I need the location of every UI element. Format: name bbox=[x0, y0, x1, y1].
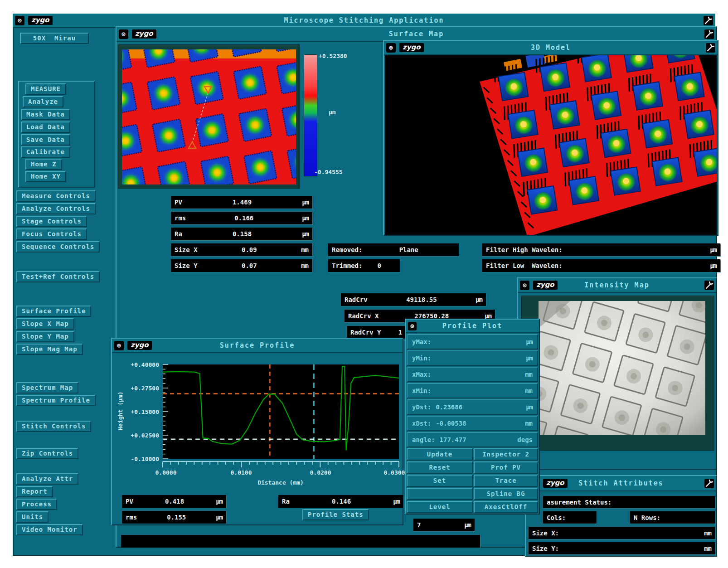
ymin-field[interactable]: yMin: µm bbox=[407, 350, 538, 366]
sidebar-item-spectrum-profile[interactable]: Spectrum Profile bbox=[16, 395, 96, 406]
profile-plot-canvas[interactable] bbox=[162, 364, 400, 469]
close-icon[interactable]: ⊗ bbox=[119, 29, 128, 39]
partial-value: 7 bbox=[417, 521, 421, 529]
stat-label: rms bbox=[126, 514, 137, 521]
sidebar-item-report[interactable]: Report bbox=[16, 486, 53, 497]
sidebar-item-video-monitor[interactable]: Video Monitor bbox=[16, 524, 83, 535]
field-label: yMin: bbox=[412, 354, 431, 362]
sidebar-item-zip-controls[interactable]: Zip Controls bbox=[16, 448, 78, 459]
y-axis-label: Height (µm) bbox=[117, 366, 124, 456]
angle-field[interactable]: angle: 177.477 degs bbox=[407, 432, 538, 447]
removed-field[interactable]: Removed: Plane bbox=[328, 243, 459, 256]
level-button[interactable]: Level bbox=[407, 501, 473, 513]
update-button[interactable]: Update bbox=[407, 448, 473, 461]
sidebar-objective-button[interactable]: 50X Mirau bbox=[20, 33, 89, 44]
stat-unit: mm bbox=[301, 246, 309, 253]
sidebar-item-stitch-controls[interactable]: Stitch Controls bbox=[16, 421, 91, 432]
model3d-window: ⊗ zygo 3D Model bbox=[383, 40, 718, 236]
intensity-image[interactable] bbox=[539, 301, 705, 435]
x-tick-label: 0.0200 bbox=[310, 469, 331, 476]
wrench-icon[interactable] bbox=[704, 16, 713, 25]
prof-pv-button[interactable]: Prof PV bbox=[474, 461, 538, 474]
sidebar-item-test-ref-controls[interactable]: Test+Ref Controls bbox=[16, 271, 100, 282]
spline-bg-button[interactable]: Spline BG bbox=[474, 488, 538, 500]
y-tick-label: +0.15000 bbox=[126, 408, 159, 415]
colorbar bbox=[304, 54, 317, 176]
trace-button[interactable]: Trace bbox=[474, 475, 538, 487]
sidebar-item-units[interactable]: Units bbox=[16, 511, 49, 523]
filter-low-field[interactable]: Filter Low Wavelen: µm bbox=[482, 259, 720, 272]
filter-high-field[interactable]: Filter High Wavelen: µm bbox=[482, 243, 720, 256]
partial-unit: µm bbox=[464, 521, 471, 529]
profile-plot-window: ⊗ Profile Plot yMax: µm yMin: µm xMax: m… bbox=[405, 319, 540, 515]
filter-low-unit: µm bbox=[710, 262, 717, 269]
stat-rms-field: rms 0.166 µm bbox=[171, 212, 312, 224]
zygo-logo: zygo bbox=[533, 281, 558, 290]
sidebar-item-stage-controls[interactable]: Stage Controls bbox=[16, 216, 87, 227]
y-tick-label: +0.40000 bbox=[126, 361, 159, 368]
stat-unit: µm bbox=[216, 498, 223, 505]
wrench-icon[interactable] bbox=[704, 479, 714, 488]
model3d-image[interactable] bbox=[385, 55, 717, 235]
axes-ctl-off-button[interactable]: AxesCtlOff bbox=[474, 501, 538, 513]
surface-map-image[interactable] bbox=[122, 49, 296, 184]
sidebar-item-load-data[interactable]: Load Data bbox=[21, 121, 70, 133]
wrench-icon[interactable] bbox=[706, 43, 715, 53]
sidebar-item-mask-data[interactable]: Mask Data bbox=[21, 109, 70, 120]
sidebar-item-process[interactable]: Process bbox=[16, 499, 57, 510]
stat-value: 0.155 bbox=[137, 514, 216, 521]
surface-profile-window: ⊗ zygo Surface Profile +0.40000 +0.27500… bbox=[111, 338, 403, 525]
sidebar-item-measure[interactable]: MEASURE bbox=[25, 83, 66, 95]
close-icon[interactable]: ⊗ bbox=[114, 341, 124, 350]
xmin-field[interactable]: xMin: mm bbox=[407, 383, 538, 398]
profile-stats-button[interactable]: Profile Stats bbox=[302, 509, 369, 520]
sidebar-item-analyze-attr[interactable]: Analyze Attr bbox=[16, 473, 78, 485]
sidebar-item-slope-x-map[interactable]: Slope X Map bbox=[16, 318, 74, 330]
close-icon[interactable]: ⊗ bbox=[408, 322, 417, 330]
x-tick-label: 0.0300 bbox=[383, 469, 405, 476]
stitch-size-y-label: Size Y: bbox=[532, 545, 559, 552]
close-icon[interactable]: ⊗ bbox=[15, 16, 24, 25]
sidebar-item-slope-y-map[interactable]: Slope Y Map bbox=[16, 331, 74, 342]
model3d-titlebar: ⊗ zygo 3D Model bbox=[384, 41, 718, 55]
filter-high-label: Filter High Wavelen: bbox=[486, 246, 563, 253]
ydst-field[interactable]: yDst: 0.23686 µm bbox=[407, 399, 538, 415]
stat-size-y-field: Size Y 0.07 mm bbox=[171, 259, 312, 272]
stat-label: PV bbox=[175, 199, 182, 206]
profile-rms-field: rms 0.155 µm bbox=[122, 511, 226, 524]
sidebar-item-analyze-controls[interactable]: Analyze Controls bbox=[16, 203, 96, 214]
sidebar-item-focus-controls[interactable]: Focus Controls bbox=[16, 228, 87, 240]
sidebar-item-sequence-controls[interactable]: Sequence Controls bbox=[16, 241, 100, 252]
zygo-logo: zygo bbox=[127, 341, 152, 350]
stat-label: Ra bbox=[175, 230, 182, 238]
close-icon[interactable]: ⊗ bbox=[386, 43, 396, 53]
blank-button[interactable] bbox=[407, 488, 473, 500]
stat-ra-field: Ra 0.158 µm bbox=[171, 228, 312, 240]
sidebar-item-surface-profile[interactable]: Surface Profile bbox=[16, 306, 91, 317]
sidebar-item-measure-controls[interactable]: Measure Controls bbox=[16, 190, 96, 202]
set-button[interactable]: Set bbox=[407, 475, 473, 487]
trimmed-label: Trimmed: bbox=[332, 262, 362, 269]
sidebar-item-spectrum-map[interactable]: Spectrum Map bbox=[16, 382, 78, 393]
intensity-window: ⊗ zygo Intensity Map bbox=[517, 277, 717, 470]
close-icon[interactable]: ⊗ bbox=[520, 281, 529, 290]
field-label: xMin: bbox=[412, 387, 431, 394]
removed-value: Plane bbox=[362, 246, 455, 253]
sidebar-item-home-z[interactable]: Home Z bbox=[25, 159, 62, 170]
ymax-field[interactable]: yMax: µm bbox=[407, 334, 538, 350]
y-tick-label: -0.10000 bbox=[126, 456, 159, 462]
xmax-field[interactable]: xMax: mm bbox=[407, 367, 538, 382]
sidebar-item-slope-mag-map[interactable]: Slope Mag Map bbox=[16, 344, 83, 355]
sidebar-item-analyze[interactable]: Analyze bbox=[23, 96, 63, 107]
wrench-icon[interactable] bbox=[704, 281, 714, 290]
wrench-icon[interactable] bbox=[704, 29, 714, 39]
sidebar-item-home-xy[interactable]: Home XY bbox=[25, 171, 66, 182]
xdst-field[interactable]: xDst: -0.00538 mm bbox=[407, 416, 538, 431]
sidebar-item-calibrate[interactable]: Calibrate bbox=[21, 146, 70, 158]
stat-value: 0.146 bbox=[290, 498, 393, 505]
trimmed-field[interactable]: Trimmed: 0 bbox=[328, 259, 400, 272]
reset-button[interactable]: Reset bbox=[407, 461, 473, 474]
sidebar-item-save-data[interactable]: Save Data bbox=[21, 134, 70, 146]
inspector-2-button[interactable]: Inspector 2 bbox=[474, 448, 538, 461]
radcrv-x-label: RadCrv X bbox=[348, 312, 379, 320]
